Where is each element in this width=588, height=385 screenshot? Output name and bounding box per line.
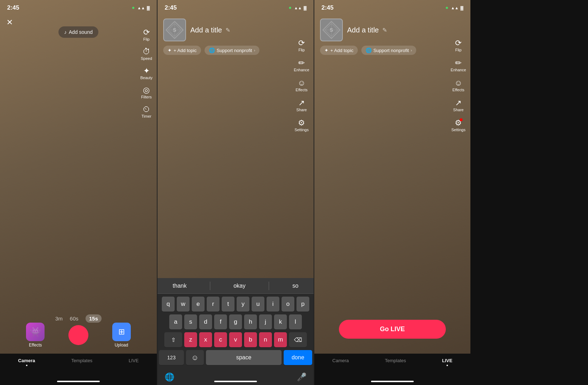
speed-button[interactable]: ⏱ Speed <box>141 48 152 61</box>
effects-label-3: Effects <box>453 88 464 92</box>
add-sound-button[interactable]: ♪ Add sound <box>58 26 98 38</box>
effects-icon-2: ☺ <box>298 79 305 87</box>
tab-camera-3[interactable]: Camera <box>332 358 349 363</box>
effects-button-3[interactable]: ☺ Effects <box>453 79 464 92</box>
close-button-1[interactable]: ✕ <box>6 18 13 27</box>
flip-button-3[interactable]: ⟳ Flip <box>455 39 461 52</box>
chevron-right-icon-3: › <box>411 48 412 52</box>
effects-button[interactable]: 👾 Effects <box>26 323 45 348</box>
key-u[interactable]: u <box>252 297 264 312</box>
key-s[interactable]: s <box>184 314 197 329</box>
key-x[interactable]: x <box>199 332 212 347</box>
enhance-button-2[interactable]: ✏ Enhance <box>294 59 309 72</box>
add-topic-pill-2[interactable]: ✦ + Add topic <box>163 46 201 55</box>
empty-space <box>470 0 588 385</box>
add-title-3[interactable]: Add a title <box>347 26 379 34</box>
key-shift[interactable]: ⇧ <box>164 332 182 347</box>
key-g[interactable]: g <box>229 314 242 329</box>
key-space[interactable]: space <box>206 350 282 365</box>
key-h[interactable]: h <box>244 314 257 329</box>
status-icons-3: ▲▲ ▓ <box>446 6 463 10</box>
enhance-button-3[interactable]: ✏ Enhance <box>451 59 466 72</box>
key-z[interactable]: z <box>184 332 197 347</box>
key-y[interactable]: y <box>237 297 249 312</box>
key-d[interactable]: d <box>199 314 212 329</box>
key-emoji[interactable]: ☺ <box>186 350 204 365</box>
duration-controls: 3m 60s 15s <box>0 314 157 323</box>
key-row-2: a s d f g h j k l <box>159 314 312 329</box>
settings-button-3[interactable]: ⚙ Settings <box>451 119 465 132</box>
suggestion-thank[interactable]: thank <box>166 283 194 289</box>
upload-icon: ⊞ <box>112 323 131 341</box>
key-a[interactable]: a <box>169 314 182 329</box>
key-q[interactable]: q <box>162 297 175 312</box>
go-live-button[interactable]: Go LIVE <box>339 320 446 339</box>
key-i[interactable]: i <box>267 297 279 312</box>
key-123[interactable]: 123 <box>159 350 184 365</box>
flip-icon-2: ⟳ <box>298 39 305 47</box>
key-m[interactable]: m <box>274 332 287 347</box>
key-l[interactable]: l <box>289 314 302 329</box>
settings-button-2[interactable]: ⚙ Settings <box>294 119 309 132</box>
effects-button-2[interactable]: ☺ Effects <box>296 79 308 92</box>
support-nonprofit-label-2: Support nonprofit <box>217 48 252 53</box>
key-c[interactable]: c <box>214 332 227 347</box>
key-t[interactable]: t <box>222 297 234 312</box>
key-j[interactable]: j <box>259 314 272 329</box>
time-1: 2:45 <box>7 4 19 11</box>
key-e[interactable]: e <box>192 297 205 312</box>
flip-button[interactable]: ⟳ Flip <box>143 29 150 41</box>
add-topic-pill-3[interactable]: ✦ + Add topic <box>320 46 358 55</box>
tab-camera-label-1: Camera <box>18 358 35 363</box>
edit-icon-3: ✎ <box>382 27 387 34</box>
add-topic-label-2: + Add topic <box>174 48 197 53</box>
key-done[interactable]: done <box>284 350 312 365</box>
keyboard-2: thank okay so q w e r t y u i o p a <box>158 278 314 385</box>
key-r[interactable]: r <box>207 297 220 312</box>
upload-label: Upload <box>115 343 128 348</box>
key-n[interactable]: n <box>259 332 272 347</box>
tab-live-3[interactable]: LIVE <box>442 358 452 366</box>
filters-button[interactable]: ◎ Filters <box>141 86 152 99</box>
duration-60s[interactable]: 60s <box>70 315 78 322</box>
suggestion-so[interactable]: so <box>285 283 305 289</box>
enhance-label-2: Enhance <box>294 68 309 72</box>
key-o[interactable]: o <box>282 297 294 312</box>
key-v[interactable]: v <box>229 332 242 347</box>
tab-live-1[interactable]: LIVE <box>129 358 139 363</box>
duration-15s[interactable]: 15s <box>86 314 102 323</box>
key-row-3: ⇧ z x c v b n m ⌫ <box>159 332 312 347</box>
globe-icon-3: 🌐 <box>366 47 372 53</box>
globe-keyboard-icon[interactable]: 🌐 <box>165 373 174 382</box>
tab-camera-1[interactable]: Camera <box>18 358 35 366</box>
globe-icon-2: 🌐 <box>209 47 215 53</box>
upload-button[interactable]: ⊞ Upload <box>112 323 131 348</box>
record-button[interactable] <box>68 325 88 345</box>
support-nonprofit-pill-2[interactable]: 🌐 Support nonprofit › <box>205 46 259 55</box>
suggestion-okay[interactable]: okay <box>226 283 253 289</box>
add-title-2[interactable]: Add a title <box>190 26 222 34</box>
key-k[interactable]: k <box>274 314 287 329</box>
tab-templates-1[interactable]: Templates <box>71 358 92 363</box>
beauty-button[interactable]: ✦ Beauty <box>140 67 153 80</box>
share-button-3[interactable]: ↗ Share <box>453 99 464 112</box>
phone-go-live: 2:45 ▲▲ ▓ ✕ S Add a title <box>314 0 470 385</box>
key-backspace[interactable]: ⌫ <box>289 332 307 347</box>
effects-label: Effects <box>29 343 42 348</box>
tab-templates-3[interactable]: Templates <box>385 358 406 363</box>
status-bar-3: 2:45 ▲▲ ▓ <box>314 0 470 16</box>
support-nonprofit-pill-3[interactable]: 🌐 Support nonprofit › <box>361 46 416 55</box>
add-sound-label: Add sound <box>69 29 93 35</box>
key-b[interactable]: b <box>244 332 257 347</box>
record-icon <box>68 325 88 345</box>
key-p[interactable]: p <box>296 297 309 312</box>
speed-label: Speed <box>141 56 152 61</box>
share-button-2[interactable]: ↗ Share <box>296 99 307 112</box>
microphone-icon[interactable]: 🎤 <box>297 373 306 382</box>
timer-button[interactable]: ⏲ Timer <box>141 106 151 118</box>
duration-3m[interactable]: 3m <box>55 315 63 322</box>
flip-button-2[interactable]: ⟳ Flip <box>298 39 305 52</box>
key-f[interactable]: f <box>214 314 227 329</box>
tab-bar-3: Camera Templates LIVE <box>314 354 470 385</box>
key-w[interactable]: w <box>177 297 190 312</box>
